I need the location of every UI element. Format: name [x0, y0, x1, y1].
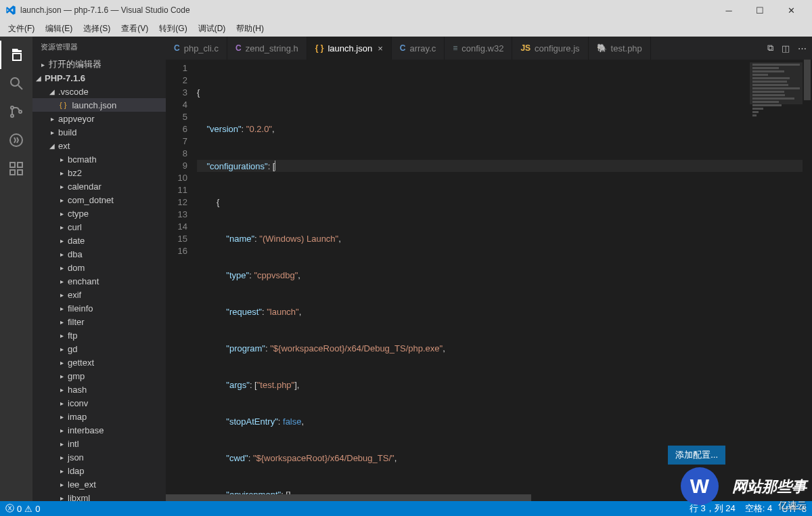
warnings-icon[interactable]: ⚠ — [24, 504, 32, 514]
menu-item[interactable]: 文件(F) — [3, 22, 40, 36]
code-lines[interactable]: { "version": "0.2.0", "configurations": … — [197, 60, 812, 494]
line-gutter: 12345678910111213141516 — [166, 60, 197, 494]
svg-point-4 — [19, 110, 22, 113]
tree-folder[interactable]: ▸date — [32, 234, 166, 247]
menu-item[interactable]: 编辑(E) — [40, 22, 78, 36]
chevron-right-icon: ▸ — [58, 183, 65, 190]
editor-tab[interactable]: 🐘test.php — [589, 37, 651, 60]
tree-folder[interactable]: ▸iconv — [32, 396, 166, 410]
tree-folder[interactable]: ▸bz2 — [32, 166, 166, 179]
menu-item[interactable]: 选择(S) — [78, 22, 116, 36]
chevron-right-icon: ▸ — [58, 251, 65, 258]
editor-tab[interactable]: JSconfigure.js — [512, 37, 588, 60]
activity-bar — [0, 37, 32, 501]
split-editor-icon[interactable]: ◫ — [782, 43, 790, 53]
tree-label: gettext — [68, 358, 94, 368]
open-editors-section[interactable]: ▸ 打开的编辑器 — [32, 58, 166, 71]
editor-tab[interactable]: { }launch.json× — [307, 37, 392, 60]
window-close-button[interactable]: ✕ — [775, 0, 807, 20]
window-title: launch.json — php-7.1.6 — Visual Studio … — [20, 5, 713, 15]
close-tab-icon[interactable]: × — [378, 43, 383, 53]
chevron-right-icon: ▸ — [58, 305, 65, 312]
tree-folder[interactable]: ▸build — [32, 125, 166, 139]
tab-label: launch.json — [328, 43, 372, 53]
svg-point-2 — [11, 106, 14, 109]
window-maximize-button[interactable]: ☐ — [744, 0, 775, 20]
tree-folder[interactable]: ◢.vscode — [32, 85, 166, 98]
tree-folder[interactable]: ▸calendar — [32, 179, 166, 193]
tree-folder[interactable]: ▸lee_ext — [32, 477, 166, 491]
more-icon[interactable]: ⋯ — [798, 43, 807, 53]
menu-item[interactable]: 帮助(H) — [231, 22, 269, 36]
chevron-right-icon: ▸ — [58, 237, 65, 244]
tree-folder[interactable]: ▸bcmath — [32, 152, 166, 166]
tree-folder[interactable]: ◢ext — [32, 139, 166, 152]
editor-tab[interactable]: ≡config.w32 — [445, 37, 512, 60]
tree-folder[interactable]: ▸libxml — [32, 491, 166, 501]
tree-folder[interactable]: ▸exif — [32, 288, 166, 301]
window-minimize-button[interactable]: ─ — [713, 0, 744, 20]
tree-folder[interactable]: ▸hash — [32, 383, 166, 396]
tree-folder[interactable]: ▸gettext — [32, 356, 166, 369]
tab-label: config.w32 — [461, 43, 503, 53]
tree-folder[interactable]: ▸dba — [32, 247, 166, 261]
add-configuration-button[interactable]: 添加配置... — [668, 446, 725, 465]
tree-folder[interactable]: ▸ftp — [32, 328, 166, 342]
chevron-right-icon: ▸ — [58, 196, 65, 204]
tree-folder[interactable]: ▸fileinfo — [32, 301, 166, 315]
tree-folder[interactable]: ▸ctype — [32, 207, 166, 220]
chevron-right-icon: ▸ — [58, 494, 65, 502]
explorer-sidebar: 资源管理器 ▸ 打开的编辑器 ◢ PHP-7.1.6 ◢.vscode{ }la… — [32, 37, 166, 501]
tab-label: test.php — [611, 43, 642, 53]
tree-folder[interactable]: ▸appveyor — [32, 112, 166, 125]
tab-label: configure.js — [535, 43, 579, 53]
chevron-right-icon: ▸ — [39, 61, 46, 68]
tree-folder[interactable]: ▸intl — [32, 437, 166, 450]
chevron-right-icon: ▸ — [58, 386, 65, 393]
chevron-right-icon: ▸ — [58, 156, 65, 163]
tree-label: bcmath — [68, 154, 97, 165]
tree-folder[interactable]: ▸gd — [32, 342, 166, 356]
tree-folder[interactable]: ▸ldap — [32, 464, 166, 477]
tree-folder[interactable]: ▸gmp — [32, 369, 166, 383]
tree-folder[interactable]: ▸interbase — [32, 423, 166, 437]
editor-tab[interactable]: Czend_string.h — [227, 37, 307, 60]
vertical-scrollbar[interactable] — [803, 60, 812, 486]
svg-rect-9 — [18, 163, 22, 167]
tree-folder[interactable]: ▸com_dotnet — [32, 193, 166, 207]
project-root[interactable]: ◢ PHP-7.1.6 — [32, 71, 166, 85]
explorer-icon[interactable] — [0, 41, 32, 69]
git-icon[interactable] — [0, 98, 32, 126]
warnings-count[interactable]: 0 — [35, 504, 40, 514]
errors-icon[interactable]: ⓧ — [5, 502, 14, 515]
tree-folder[interactable]: ▸imap — [32, 410, 166, 423]
menu-item[interactable]: 查看(V) — [116, 22, 154, 36]
file-type-icon: JS — [520, 43, 531, 53]
tree-folder[interactable]: ▸enchant — [32, 274, 166, 288]
tree-label: dba — [68, 249, 83, 259]
file-json-icon: { } — [60, 101, 66, 109]
status-spaces[interactable]: 空格: 4 — [745, 502, 772, 515]
watermark-text-1: 网站那些事 — [732, 477, 807, 497]
tree-label: json — [68, 452, 84, 463]
search-icon[interactable] — [0, 69, 32, 98]
menu-item[interactable]: 转到(G) — [154, 22, 192, 36]
svg-rect-7 — [10, 170, 15, 175]
errors-count[interactable]: 0 — [17, 504, 22, 514]
chevron-right-icon: ▸ — [58, 223, 65, 231]
tree-label: curl — [68, 222, 82, 232]
tree-folder[interactable]: ▸filter — [32, 315, 166, 328]
menu-item[interactable]: 调试(D) — [193, 22, 231, 36]
tree-folder[interactable]: ▸curl — [32, 220, 166, 234]
editor-tab[interactable]: Carray.c — [392, 37, 445, 60]
tree-file[interactable]: { }launch.json — [32, 98, 166, 112]
code-editor[interactable]: 12345678910111213141516 { "version": "0.… — [166, 60, 812, 494]
extensions-icon[interactable] — [0, 154, 32, 183]
chevron-right-icon: ▸ — [58, 345, 65, 353]
debug-icon[interactable] — [0, 126, 32, 154]
minimap[interactable] — [750, 62, 803, 104]
compare-icon[interactable]: ⧉ — [767, 43, 773, 53]
tree-folder[interactable]: ▸json — [32, 450, 166, 464]
editor-tab[interactable]: Cphp_cli.c — [166, 37, 227, 60]
tree-folder[interactable]: ▸dom — [32, 261, 166, 274]
